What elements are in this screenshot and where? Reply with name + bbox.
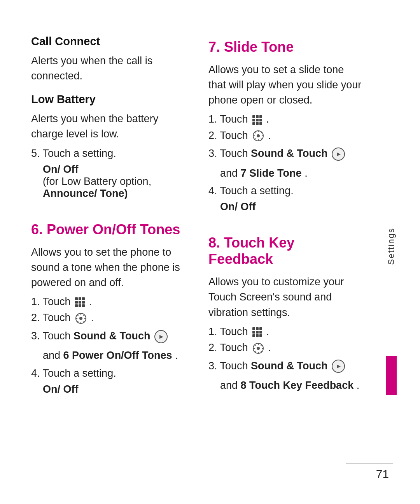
svg-point-5 bbox=[257, 347, 260, 350]
section8-step3-line2: and 8 Touch Key Feedback . bbox=[208, 378, 362, 393]
sidebar: Settings bbox=[386, 35, 397, 473]
section8: 8. Touch Key Feedback Allows you to cust… bbox=[208, 231, 362, 397]
right-column: 7. Slide Tone Allows you to set a slide … bbox=[208, 35, 362, 473]
section6-step3-line2: and 6 Power On/Off Tones . bbox=[31, 348, 185, 364]
section6-step2: 2. Touch . bbox=[31, 312, 185, 324]
section6: 6. Power On/Off Tones Allows you to set … bbox=[31, 218, 185, 399]
section7: 7. Slide Tone Allows you to set a slide … bbox=[208, 35, 362, 217]
section7-body: Allows you to set a slide tone that will… bbox=[208, 62, 362, 108]
section8-step3: 3. Touch Sound & Touch bbox=[208, 358, 362, 374]
low-battery-body: Alerts you when the battery charge level… bbox=[31, 111, 185, 142]
svg-point-3 bbox=[257, 134, 260, 137]
section8-step1: 1. Touch . bbox=[208, 326, 362, 338]
call-connect-section: Call Connect Alerts you when the call is… bbox=[31, 35, 185, 89]
sidebar-label: Settings bbox=[386, 228, 396, 265]
section7-step3-line2: and 7 Slide Tone . bbox=[208, 165, 362, 181]
section8-body: Allows you to customize your Touch Scree… bbox=[208, 274, 362, 320]
section7-heading: 7. Slide Tone bbox=[208, 39, 362, 55]
section7-step3: 3. Touch Sound & Touch bbox=[208, 146, 362, 162]
section6-heading: 6. Power On/Off Tones bbox=[31, 221, 185, 238]
section7-step2: 2. Touch . bbox=[208, 129, 362, 142]
section7-on-off: On/ Off bbox=[208, 201, 362, 213]
apps-icon-s8-1 bbox=[251, 326, 263, 338]
low-battery-step5: 5. Touch a setting. bbox=[31, 148, 185, 160]
call-connect-heading: Call Connect bbox=[31, 35, 185, 48]
settings-icon-s8-2 bbox=[251, 342, 265, 354]
call-connect-body: Alerts you when the call is connected. bbox=[31, 53, 185, 84]
sound-touch-icon-s8 bbox=[331, 360, 346, 372]
left-column: Call Connect Alerts you when the call is… bbox=[31, 35, 185, 473]
page-number: 71 bbox=[346, 467, 393, 481]
section6-step1: 1. Touch . bbox=[31, 296, 185, 308]
page-divider bbox=[346, 463, 393, 464]
sound-touch-icon-s7 bbox=[331, 148, 346, 159]
settings-icon-s6-2 bbox=[74, 312, 88, 324]
section6-step3: 3. Touch Sound & Touch bbox=[31, 328, 185, 344]
svg-point-1 bbox=[79, 317, 82, 320]
section6-step4: 4. Touch a setting. bbox=[31, 367, 185, 379]
section7-step4: 4. Touch a setting. bbox=[208, 185, 362, 197]
low-battery-section: Low Battery Alerts you when the battery … bbox=[31, 93, 185, 203]
sound-touch-icon-s6 bbox=[153, 330, 169, 342]
apps-icon-s6-1 bbox=[74, 296, 86, 308]
sidebar-accent-bar bbox=[386, 356, 397, 395]
section6-on-off: On/ Off bbox=[31, 383, 185, 395]
section7-step1: 1. Touch . bbox=[208, 113, 362, 125]
apps-icon-s7-1 bbox=[251, 113, 263, 125]
section8-step2: 2. Touch . bbox=[208, 342, 362, 354]
settings-icon-s7-2 bbox=[251, 129, 265, 142]
section8-heading: 8. Touch Key Feedback bbox=[208, 235, 362, 267]
bottom-area: 71 bbox=[346, 455, 393, 481]
low-battery-indent: On/ Off (for Low Battery option, Announc… bbox=[31, 163, 185, 200]
low-battery-heading: Low Battery bbox=[31, 93, 185, 106]
section6-body: Allows you to set the phone to sound a t… bbox=[31, 245, 185, 290]
